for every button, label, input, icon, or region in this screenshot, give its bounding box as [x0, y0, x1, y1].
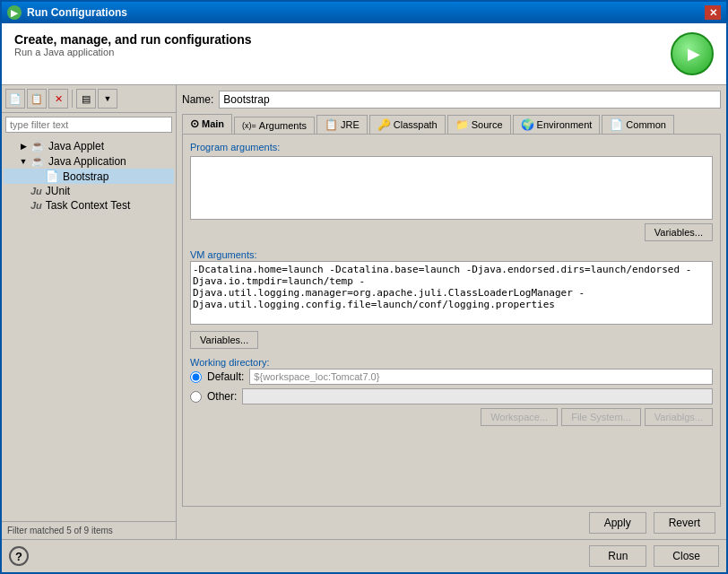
other-radio-label: Other: [207, 390, 237, 403]
tab-source-label: Source [472, 119, 503, 130]
revert-btn[interactable]: Revert [654, 512, 715, 534]
new-config-btn[interactable]: 📄 [5, 89, 25, 109]
tab-common[interactable]: 📄 Common [602, 115, 674, 134]
source-tab-icon: 📁 [455, 118, 469, 131]
tree-java-applet[interactable]: ▶ ☕ Java Applet [4, 138, 174, 153]
name-label: Name: [182, 93, 213, 106]
tab-environment-label: Environment [537, 119, 593, 130]
close-window-btn[interactable]: ✕ [705, 5, 721, 20]
run-btn[interactable]: Run [589, 545, 646, 567]
run-icon-button[interactable] [671, 32, 714, 75]
tree-arrow-application: ▼ [18, 156, 29, 167]
delete-btn[interactable]: ✕ [48, 89, 68, 109]
header-subtitle: Run a Java application [14, 47, 252, 57]
tab-arguments[interactable]: (x)= Arguments [234, 117, 315, 134]
tree-icon-applet: ☕ [30, 139, 45, 152]
sidebar: 📄 📋 ✕ ▤ ▼ ▶ ☕ Java Applet ▼ ☕ [2, 85, 177, 539]
other-radio[interactable] [190, 391, 202, 403]
tree-area: ▶ ☕ Java Applet ▼ ☕ Java Application ▶ 📄… [2, 136, 176, 521]
program-args-label: Program arguments: [190, 142, 713, 152]
tab-main-label: Main [202, 118, 224, 129]
filter-btn[interactable]: ▤ [76, 89, 96, 109]
working-dir-label: Working directory: [190, 357, 269, 368]
default-radio[interactable] [190, 371, 202, 383]
other-radio-row: Other: [190, 388, 713, 404]
tree-label-applet: Java Applet [48, 140, 104, 152]
tree-icon-task: Ju [30, 200, 42, 211]
filter-status: Filter matched 5 of 9 items [7, 526, 113, 535]
duplicate-btn[interactable]: 📋 [27, 89, 47, 109]
vm-args-section: VM arguments: -Dcatalina.home=launch -Dc… [190, 248, 713, 349]
action-bar: Apply Revert [182, 507, 721, 534]
main-content: 📄 📋 ✕ ▤ ▼ ▶ ☕ Java Applet ▼ ☕ [2, 85, 726, 539]
tree-junit[interactable]: ▶ Ju JUnit [4, 184, 174, 198]
tree-icon-junit: Ju [30, 186, 42, 196]
arguments-tab-icon: (x)= [242, 121, 256, 130]
working-dir-section: Working directory: Default: Other: Works… [190, 356, 713, 426]
jre-tab-icon: 📋 [325, 118, 338, 131]
tree-icon-bootstrap: 📄 [45, 170, 59, 183]
header-area: Create, manage, and run configurations R… [2, 23, 726, 85]
header-title: Create, manage, and run configurations [14, 32, 252, 47]
program-args-variables-btn[interactable]: Variables... [645, 223, 713, 241]
variables3-btn[interactable]: Variablgs... [645, 408, 713, 426]
right-panel: Name: ⊙ Main (x)= Arguments 📋 JRE � [177, 85, 726, 539]
vm-args-label: VM arguments: [190, 249, 257, 260]
common-tab-icon: 📄 [610, 118, 623, 131]
footer-buttons: Run Close [589, 545, 719, 567]
default-radio-label: Default: [207, 370, 244, 383]
tab-jre[interactable]: 📋 JRE [316, 115, 368, 134]
tree-java-application[interactable]: ▼ ☕ Java Application [4, 153, 174, 169]
menu-btn[interactable]: ▼ [98, 89, 117, 109]
tree-task-context[interactable]: ▶ Ju Task Context Test [4, 198, 174, 213]
help-btn[interactable]: ? [9, 546, 29, 566]
tree-bootstrap[interactable]: ▶ 📄 Bootstrap [4, 169, 174, 184]
tree-label-junit: JUnit [46, 185, 70, 197]
run-configurations-window: ▶ Run Configurations ✕ Create, manage, a… [0, 0, 728, 574]
tab-classpath-label: Classpath [394, 119, 438, 130]
tab-arguments-label: Arguments [259, 120, 307, 131]
vm-args-variables-btn[interactable]: Variables... [190, 331, 258, 349]
program-args-textarea[interactable] [190, 156, 713, 220]
other-dir-input[interactable] [242, 388, 713, 404]
environment-tab-icon: 🌍 [521, 118, 534, 131]
main-tab-icon: ⊙ [190, 117, 199, 130]
default-radio-row: Default: [190, 369, 713, 385]
workspace-btn[interactable]: Workspace... [481, 408, 558, 426]
classpath-tab-icon: 🔑 [377, 118, 391, 131]
tree-label-bootstrap: Bootstrap [63, 170, 108, 183]
tab-source[interactable]: 📁 Source [447, 115, 511, 134]
filter-input[interactable] [5, 117, 172, 133]
window-title: Run Configurations [27, 6, 127, 19]
tree-arrow-applet: ▶ [18, 141, 29, 152]
vm-args-textarea[interactable]: -Dcatalina.home=launch -Dcatalina.base=l… [190, 261, 713, 325]
default-dir-input[interactable] [249, 369, 713, 385]
tab-content-arguments: Program arguments: Variables... VM argum… [182, 134, 721, 507]
name-row: Name: [182, 91, 721, 109]
sidebar-toolbar: 📄 📋 ✕ ▤ ▼ [2, 85, 176, 113]
help-icon: ? [15, 550, 22, 563]
tabs-bar: ⊙ Main (x)= Arguments 📋 JRE 🔑 Classpath … [182, 114, 721, 134]
working-dir-buttons: Workspace... File System... Variablgs... [190, 408, 713, 426]
toolbar-sep [72, 90, 73, 108]
title-bar: ▶ Run Configurations ✕ [2, 2, 726, 23]
sidebar-footer: Filter matched 5 of 9 items [2, 521, 176, 539]
tab-classpath[interactable]: 🔑 Classpath [369, 115, 446, 134]
window-icon: ▶ [7, 5, 22, 20]
tab-environment[interactable]: 🌍 Environment [513, 115, 601, 134]
filesystem-btn[interactable]: File System... [561, 408, 641, 426]
name-input[interactable] [219, 91, 721, 109]
title-bar-left: ▶ Run Configurations [7, 5, 127, 20]
footer: ? Run Close [2, 539, 726, 572]
tree-label-task: Task Context Test [46, 199, 131, 212]
tree-icon-application: ☕ [30, 154, 45, 168]
tree-label-application: Java Application [48, 155, 126, 168]
tab-jre-label: JRE [341, 119, 360, 130]
close-btn[interactable]: Close [654, 545, 719, 567]
apply-btn[interactable]: Apply [589, 512, 646, 534]
header-text: Create, manage, and run configurations R… [14, 32, 252, 57]
tab-main[interactable]: ⊙ Main [182, 114, 232, 134]
tab-common-label: Common [626, 119, 666, 130]
